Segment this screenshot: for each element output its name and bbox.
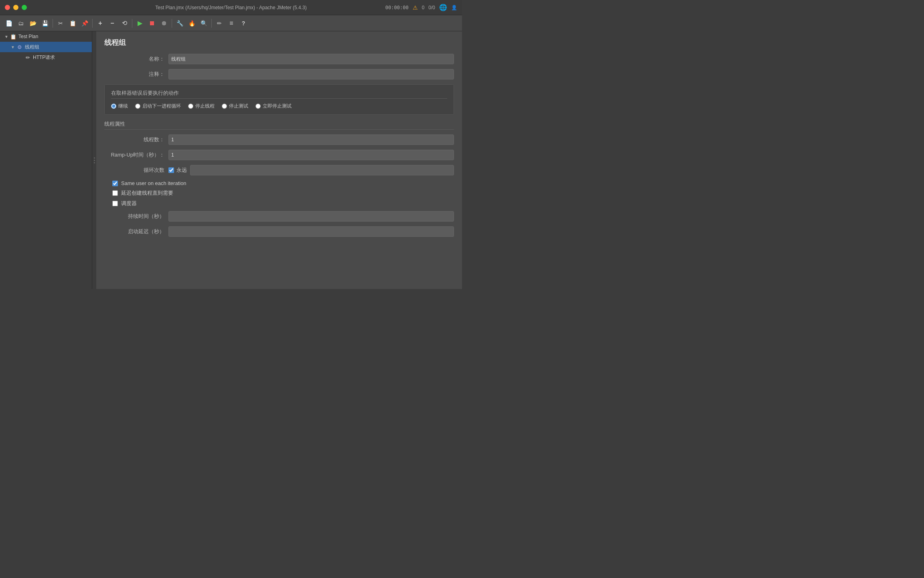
ramp-up-label: Ramp-Up时间（秒）： bbox=[104, 151, 168, 159]
separator-5 bbox=[211, 19, 212, 28]
scheduler-row: 调度器 bbox=[104, 200, 454, 207]
cut-button[interactable]: ✂ bbox=[55, 18, 66, 29]
ramp-up-input[interactable] bbox=[168, 150, 454, 160]
sidebar-item-thread-group[interactable]: ▼ ⚙ 线程组 bbox=[0, 42, 92, 52]
delay-thread-checkbox[interactable] bbox=[112, 190, 118, 196]
title-bar: Test Plan.jmx (/Users/hq/Jmeter/Test Pla… bbox=[0, 0, 462, 15]
radio-stop-test-now-label: 立即停止测试 bbox=[263, 103, 292, 110]
thread-group-icon: ⚙ bbox=[16, 43, 23, 51]
paste-button[interactable]: 📌 bbox=[79, 18, 90, 29]
radio-next-loop-input[interactable] bbox=[135, 104, 140, 109]
loop-row: 循环次数 永远 bbox=[104, 165, 454, 175]
radio-stop-test-now-input[interactable] bbox=[255, 104, 261, 109]
content-area: 线程组 名称： 注释： 在取样器错误后要执行的动作 继续 启动下一进程循环 bbox=[96, 31, 462, 289]
clear-button[interactable]: ⟲ bbox=[119, 18, 130, 29]
sidebar-divider[interactable] bbox=[92, 31, 96, 289]
profile-icon: 👤 bbox=[451, 5, 457, 10]
action-section: 在取样器错误后要执行的动作 继续 启动下一进程循环 停止线程 停止测试 bbox=[104, 84, 454, 115]
http-request-label: HTTP请求 bbox=[33, 54, 55, 61]
remote-stop-button[interactable]: 🔥 bbox=[186, 18, 197, 29]
loop-count-input[interactable] bbox=[190, 165, 454, 175]
radio-stop-test-now[interactable]: 立即停止测试 bbox=[255, 103, 292, 110]
separator-3 bbox=[132, 19, 132, 28]
action-section-title: 在取样器错误后要执行的动作 bbox=[111, 90, 447, 99]
templates-button[interactable]: 🗂 bbox=[15, 18, 26, 29]
sidebar-item-http-request[interactable]: ✏ HTTP请求 bbox=[0, 52, 92, 63]
scheduler-checkbox[interactable] bbox=[112, 201, 118, 206]
radio-stop-test-input[interactable] bbox=[222, 104, 227, 109]
warn-count: 0 bbox=[422, 5, 425, 10]
radio-continue-label: 继续 bbox=[118, 103, 128, 110]
tree-arrow-test-plan: ▼ bbox=[3, 33, 10, 40]
help-button[interactable]: ? bbox=[238, 18, 249, 29]
name-row: 名称： bbox=[104, 54, 454, 64]
sidebar: ▼ 📋 Test Plan ▼ ⚙ 线程组 ✏ HTTP请求 bbox=[0, 31, 92, 289]
same-user-checkbox[interactable] bbox=[112, 181, 118, 186]
function-helper-button[interactable]: ✏ bbox=[214, 18, 225, 29]
same-user-label: Same user on each iteration bbox=[121, 180, 186, 186]
duration-input[interactable] bbox=[168, 211, 454, 222]
radio-stop-thread-label: 停止线程 bbox=[195, 103, 215, 110]
tree-arrow-thread-group: ▼ bbox=[10, 44, 16, 50]
comment-input[interactable] bbox=[168, 69, 454, 79]
thread-props-title: 线程属性 bbox=[104, 120, 454, 130]
remote-clear-button[interactable]: 🔍 bbox=[198, 18, 209, 29]
page-title: 线程组 bbox=[104, 38, 454, 47]
thread-count-label: 线程数： bbox=[104, 136, 168, 143]
name-label: 名称： bbox=[104, 55, 168, 63]
radio-stop-test[interactable]: 停止测试 bbox=[222, 103, 248, 110]
forever-checkbox[interactable] bbox=[168, 167, 174, 173]
radio-next-loop[interactable]: 启动下一进程循环 bbox=[135, 103, 181, 110]
add-button[interactable]: + bbox=[95, 18, 106, 29]
stop-button[interactable]: ⏹ bbox=[146, 18, 158, 29]
test-plan-icon: 📋 bbox=[10, 33, 17, 40]
delay-thread-row: 延迟创建线程直到需要 bbox=[104, 189, 454, 197]
comment-label: 注释： bbox=[104, 71, 168, 78]
divider-dots bbox=[94, 157, 95, 163]
radio-continue[interactable]: 继续 bbox=[111, 103, 128, 110]
tree-arrow-http bbox=[19, 54, 24, 61]
window-controls[interactable] bbox=[5, 5, 27, 10]
thread-count-row: 线程数： bbox=[104, 134, 454, 145]
maximize-button[interactable] bbox=[22, 5, 27, 10]
save-button[interactable]: 💾 bbox=[39, 18, 51, 29]
close-button[interactable] bbox=[5, 5, 10, 10]
error-count: 0/0 bbox=[428, 5, 435, 10]
remote-start-button[interactable]: 🔧 bbox=[174, 18, 185, 29]
comment-row: 注释： bbox=[104, 69, 454, 79]
radio-stop-thread-input[interactable] bbox=[188, 104, 193, 109]
separator-2 bbox=[92, 19, 93, 28]
thread-count-input[interactable] bbox=[168, 134, 454, 145]
status-area: 00:00:00 ⚠ 0 0/0 🌐 👤 bbox=[385, 4, 457, 11]
warning-icon: ⚠ bbox=[413, 4, 418, 11]
loop-forever-group: 永远 bbox=[168, 167, 187, 174]
forever-label: 永远 bbox=[176, 167, 187, 174]
delay-thread-label: 延迟创建线程直到需要 bbox=[121, 189, 173, 197]
radio-stop-thread[interactable]: 停止线程 bbox=[188, 103, 215, 110]
startup-delay-row: 启动延迟（秒） bbox=[104, 226, 454, 237]
startup-delay-input[interactable] bbox=[168, 226, 454, 237]
name-input[interactable] bbox=[168, 54, 454, 64]
main-layout: ▼ 📋 Test Plan ▼ ⚙ 线程组 ✏ HTTP请求 线程组 名称： bbox=[0, 31, 462, 289]
copy-button[interactable]: 📋 bbox=[67, 18, 78, 29]
remove-button[interactable]: − bbox=[107, 18, 118, 29]
new-button[interactable]: 📄 bbox=[3, 18, 14, 29]
shutdown-button[interactable]: ⏺ bbox=[158, 18, 170, 29]
log-viewer-button[interactable]: ≡ bbox=[226, 18, 237, 29]
sidebar-item-test-plan[interactable]: ▼ 📋 Test Plan bbox=[0, 31, 92, 42]
duration-label: 持续时间（秒） bbox=[104, 213, 168, 220]
same-user-row: Same user on each iteration bbox=[104, 180, 454, 186]
open-button[interactable]: 📂 bbox=[27, 18, 38, 29]
scheduler-label: 调度器 bbox=[121, 200, 137, 207]
minimize-button[interactable] bbox=[13, 5, 18, 10]
http-request-icon: ✏ bbox=[24, 54, 31, 61]
radio-stop-test-label: 停止测试 bbox=[229, 103, 248, 110]
action-radio-group: 继续 启动下一进程循环 停止线程 停止测试 立即停止测试 bbox=[111, 103, 447, 110]
toolbar: 📄 🗂 📂 💾 ✂ 📋 📌 + − ⟲ ▶ ⏹ ⏺ 🔧 🔥 🔍 ✏ ≡ ? bbox=[0, 15, 462, 31]
radio-continue-input[interactable] bbox=[111, 104, 116, 109]
test-plan-label: Test Plan bbox=[18, 34, 38, 39]
loop-label: 循环次数 bbox=[104, 167, 168, 174]
clock-display: 00:00:00 bbox=[385, 5, 409, 10]
separator-4 bbox=[172, 19, 172, 28]
run-button[interactable]: ▶ bbox=[134, 18, 146, 29]
